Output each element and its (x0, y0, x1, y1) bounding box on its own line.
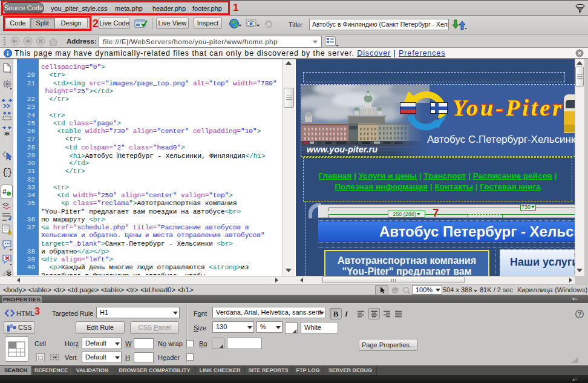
svg-text:?: ? (578, 311, 581, 318)
svg-text:You-Piter: You-Piter (452, 95, 562, 120)
